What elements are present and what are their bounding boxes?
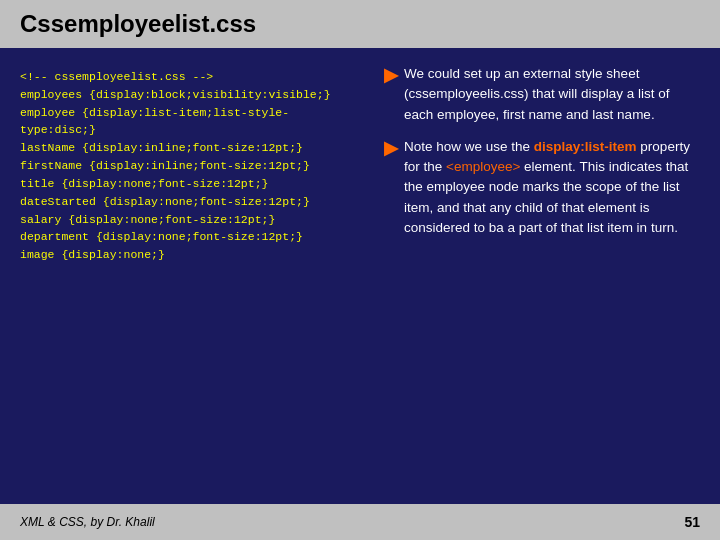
code-line-10: image {display:none;} xyxy=(20,246,360,264)
code-line-3: employee {display:list-item;list-style-t… xyxy=(20,104,360,140)
bullet-text-1: We could set up an external style sheet … xyxy=(404,64,696,125)
content-area: <!-- cssemployeelist.css --> employees {… xyxy=(0,48,720,492)
highlight-employee-tag: <employee> xyxy=(446,159,520,174)
code-line-4: lastName {display:inline;font-size:12pt;… xyxy=(20,139,360,157)
slide-title: Cssemployeelist.css xyxy=(20,10,700,38)
footer-credit: XML & CSS, by Dr. Khalil xyxy=(20,515,155,529)
code-panel: <!-- cssemployeelist.css --> employees {… xyxy=(20,64,360,476)
code-line-6: title {display:none;font-size:12pt;} xyxy=(20,175,360,193)
code-line-7: dateStarted {display:none;font-size:12pt… xyxy=(20,193,360,211)
code-line-9: department {display:none;font-size:12pt;… xyxy=(20,228,360,246)
right-panel: ▶ We could set up an external style shee… xyxy=(380,64,700,476)
code-line-2: employees {display:block;visibility:visi… xyxy=(20,86,360,104)
bullet-item-2: ▶ Note how we use the display:list-item … xyxy=(384,137,696,238)
footer-bar: XML & CSS, by Dr. Khalil 51 xyxy=(0,504,720,540)
title-bar: Cssemployeelist.css xyxy=(0,0,720,48)
highlight-display-list-item: display:list-item xyxy=(534,139,637,154)
code-line-5: firstName {display:inline;font-size:12pt… xyxy=(20,157,360,175)
code-line-1: <!-- cssemployeelist.css --> xyxy=(20,68,360,86)
code-line-8: salary {display:none;font-size:12pt;} xyxy=(20,211,360,229)
bullet-item-1: ▶ We could set up an external style shee… xyxy=(384,64,696,125)
bullet-text-2: Note how we use the display:list-item pr… xyxy=(404,137,696,238)
bullet-marker-1: ▶ xyxy=(384,64,398,125)
slide: Cssemployeelist.css <!-- cssemployeelist… xyxy=(0,0,720,540)
bullet-marker-2: ▶ xyxy=(384,137,398,238)
footer-page-number: 51 xyxy=(684,514,700,530)
